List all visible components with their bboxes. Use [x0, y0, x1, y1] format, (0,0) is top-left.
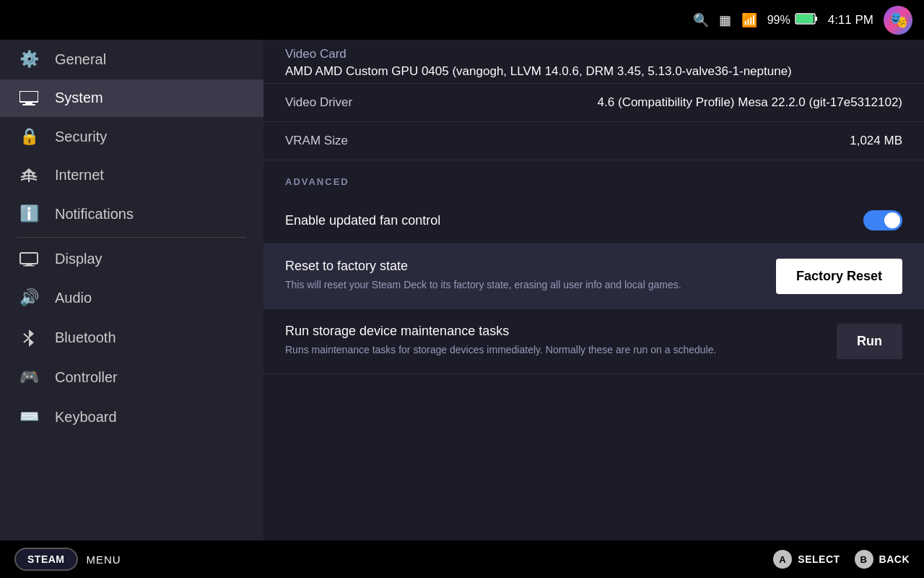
sidebar-label-display: Display — [55, 251, 103, 267]
sidebar-label-notifications: Notifications — [55, 206, 134, 223]
sidebar-item-display[interactable]: Display — [0, 241, 263, 278]
video-driver-value: 4.6 (Compatibility Profile) Mesa 22.2.0 … — [444, 95, 902, 110]
factory-reset-row: Reset to factory state This will reset y… — [263, 244, 924, 309]
svg-rect-3 — [19, 91, 38, 102]
back-label: BACK — [879, 553, 910, 565]
run-button[interactable]: Run — [837, 324, 902, 359]
sidebar-label-keyboard: Keyboard — [55, 409, 117, 426]
toggle-knob — [884, 212, 900, 228]
factory-reset-desc: This will reset your Steam Deck to its f… — [285, 278, 762, 293]
sidebar-item-general[interactable]: ⚙️ General — [0, 40, 263, 79]
sidebar-label-audio: Audio — [55, 290, 92, 306]
sidebar-label-controller: Controller — [55, 369, 118, 386]
fan-control-toggle[interactable] — [863, 210, 902, 230]
audio-icon: 🔊 — [17, 288, 40, 307]
factory-reset-button[interactable]: Factory Reset — [776, 259, 902, 294]
bluetooth-icon — [17, 328, 40, 347]
avatar[interactable]: 🎭 — [884, 6, 912, 35]
vram-value: 1,024 MB — [444, 134, 902, 148]
battery-indicator: 99% — [767, 12, 818, 28]
sidebar-item-bluetooth[interactable]: Bluetooth — [0, 318, 263, 358]
sidebar-item-internet[interactable]: Internet — [0, 157, 263, 194]
menu-label: MENU — [87, 553, 121, 566]
sidebar-item-security[interactable]: 🔒 Security — [0, 117, 263, 157]
battery-percent: 99% — [767, 14, 790, 27]
sidebar-divider — [17, 237, 246, 238]
svg-rect-5 — [22, 104, 35, 105]
svg-rect-1 — [815, 17, 817, 21]
svg-rect-9 — [23, 265, 35, 267]
sidebar-item-keyboard[interactable]: ⌨️ Keyboard — [0, 397, 263, 437]
svg-rect-2 — [796, 14, 814, 23]
sidebar: ⚙️ General System 🔒 Security — [0, 40, 263, 540]
storage-maintenance-text: Run storage device maintenance tasks Run… — [285, 324, 822, 358]
sidebar-item-controller[interactable]: 🎮 Controller — [0, 358, 263, 397]
back-action: B BACK — [855, 550, 910, 569]
grid-icon[interactable]: ▦ — [719, 12, 731, 28]
display-icon — [17, 252, 40, 267]
a-circle: A — [773, 550, 792, 569]
select-action: A SELECT — [773, 550, 840, 569]
storage-maintenance-row: Run storage device maintenance tasks Run… — [263, 309, 924, 374]
factory-reset-text: Reset to factory state This will reset y… — [285, 259, 762, 293]
fan-control-label: Enable updated fan control — [285, 213, 863, 228]
svg-rect-8 — [26, 264, 32, 265]
main-content: Video Card AMD AMD Custom GPU 0405 (vang… — [263, 40, 924, 540]
bottom-actions: A SELECT B BACK — [773, 550, 910, 569]
b-circle: B — [855, 550, 873, 569]
video-driver-label: Video Driver — [285, 95, 430, 110]
controller-icon: 🎮 — [17, 368, 40, 387]
clock: 4:11 PM — [828, 13, 873, 27]
advanced-header: ADVANCED — [263, 160, 924, 197]
internet-icon — [17, 168, 40, 184]
sidebar-item-audio[interactable]: 🔊 Audio — [0, 278, 263, 318]
storage-desc: Runs maintenance tasks for storage devic… — [285, 343, 822, 358]
sidebar-label-general: General — [55, 51, 106, 68]
vram-label: VRAM Size — [285, 134, 430, 148]
sidebar-label-system: System — [55, 90, 103, 106]
storage-title: Run storage device maintenance tasks — [285, 324, 822, 339]
search-icon[interactable]: 🔍 — [693, 12, 709, 28]
bottombar: STEAM MENU A SELECT B BACK — [0, 540, 924, 578]
sidebar-item-system[interactable]: System — [0, 79, 263, 117]
notifications-icon: ℹ️ — [17, 204, 40, 223]
sidebar-label-bluetooth: Bluetooth — [55, 329, 116, 346]
general-icon: ⚙️ — [17, 50, 40, 69]
avatar-image: 🎭 — [889, 11, 908, 30]
factory-reset-title: Reset to factory state — [285, 259, 762, 274]
system-icon — [17, 91, 40, 105]
fan-control-row: Enable updated fan control — [263, 197, 924, 244]
steam-button[interactable]: STEAM — [14, 548, 78, 571]
battery-icon — [795, 12, 818, 28]
sidebar-label-security: Security — [55, 129, 107, 145]
keyboard-icon: ⌨️ — [17, 407, 40, 426]
cast-icon[interactable]: 📶 — [741, 12, 757, 28]
sidebar-item-notifications[interactable]: ℹ️ Notifications — [0, 194, 263, 234]
topbar: 🔍 ▦ 📶 99% 4:11 PM 🎭 — [0, 0, 924, 40]
video-card-title: Video Card — [285, 47, 902, 61]
video-card-value: AMD AMD Custom GPU 0405 (vangogh, LLVM 1… — [285, 64, 902, 79]
svg-rect-7 — [20, 253, 38, 264]
video-driver-row: Video Driver 4.6 (Compatibility Profile)… — [263, 84, 924, 122]
sidebar-label-internet: Internet — [55, 167, 104, 184]
video-card-section: Video Card AMD AMD Custom GPU 0405 (vang… — [263, 40, 924, 84]
select-label: SELECT — [798, 553, 840, 565]
security-icon: 🔒 — [17, 127, 40, 146]
vram-row: VRAM Size 1,024 MB — [263, 122, 924, 160]
svg-rect-4 — [25, 102, 32, 104]
